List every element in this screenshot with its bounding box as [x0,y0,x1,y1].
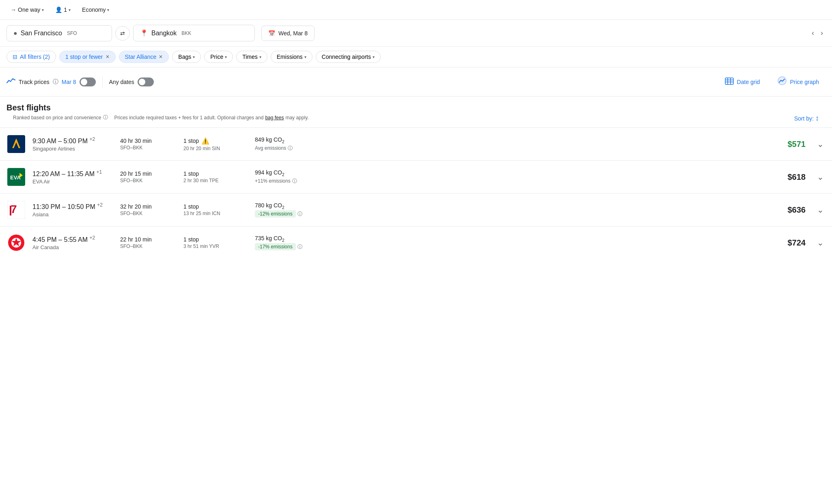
passenger-icon: 👤 [55,6,62,13]
flight-card-0[interactable]: 9:30 AM – 5:00 PM +2 Singapore Airlines … [0,127,832,160]
any-dates-slider [138,78,154,86]
date-grid-button[interactable]: Date grid [718,73,767,90]
any-dates-section: Any dates [109,78,154,86]
destination-field[interactable]: 📍 Bangkok BKK [133,25,255,41]
track-date-label: Mar 8 [62,79,76,85]
emissions-label-2: -12% emissions ⓘ [255,210,328,218]
origin-dot-icon: ● [13,30,17,37]
all-filters-label: All filters (2) [20,54,50,60]
destination-pin-icon: 📍 [140,29,148,37]
bags-filter-button[interactable]: Bags ▾ [172,51,201,63]
price-value-0: $571 [788,140,806,149]
svg-text:EVA: EVA [10,174,21,181]
swap-button[interactable]: ⇄ [115,26,130,41]
stops-row-1: 1 stop [183,170,248,177]
airline-name-0: Singapore Airlines [32,146,114,152]
duration-time-3: 22 hr 10 min [120,236,177,243]
flight-duration-2: 32 hr 20 min SFO–BKK [120,203,177,216]
svg-point-9 [15,140,17,142]
price-graph-button[interactable]: Price graph [771,73,826,90]
emissions-filter-button[interactable]: Emissions ▾ [271,51,313,63]
sort-label: Sort by: [794,115,814,122]
bag-fees-link[interactable]: bag fees [265,115,284,121]
departure-time-3: 4:45 PM – 5:55 AM [32,236,88,243]
connecting-airports-filter-button[interactable]: Connecting airports ▾ [316,51,381,63]
filter-sliders-icon: ⊟ [13,54,17,60]
flight-emissions-3: 735 kg CO2 -17% emissions ⓘ [255,235,328,251]
stops-row-0: 1 stop ⚠️ [183,137,248,145]
stops-label-3: 1 stop [183,236,199,243]
any-dates-toggle[interactable] [138,78,154,86]
filter-star-alliance[interactable]: Star Alliance ✕ [119,51,169,63]
duration-route-1: SFO–BKK [120,178,177,183]
stops-row-2: 1 stop [183,203,248,210]
date-field[interactable]: 📅 Wed, Mar 8 [261,26,315,41]
duration-route-3: SFO–BKK [120,243,177,249]
sort-row[interactable]: Sort by: ↕ [794,114,819,123]
best-flights-title: Best flights [6,103,826,112]
origin-text: San Francisco [21,30,62,37]
emissions-badge-3: -17% emissions [255,243,296,250]
airline-name-3: Air Canada [32,244,114,250]
times-filter-button[interactable]: Times ▾ [236,51,267,63]
stop-filter-remove-icon[interactable]: ✕ [106,54,110,60]
passengers-button[interactable]: 👤 1 ▾ [51,4,75,15]
search-bar: ● San Francisco SFO ⇄ 📍 Bangkok BKK 📅 We… [0,20,832,47]
flight-list: 9:30 AM – 5:00 PM +2 Singapore Airlines … [0,127,832,259]
svg-rect-0 [725,78,733,84]
flight-times-0: 9:30 AM – 5:00 PM +2 Singapore Airlines [32,136,114,152]
flight-price-1: $618 [788,172,806,182]
rank-info-icon[interactable]: ⓘ [103,114,108,121]
class-button[interactable]: Economy ▾ [78,4,113,15]
section-subtitle: Ranked based on price and convenience ⓘ … [13,114,309,121]
track-prices-info-icon[interactable]: ⓘ [53,78,58,86]
next-date-button[interactable]: › [818,26,826,40]
expand-button-1[interactable]: ⌄ [815,170,826,183]
emissions-label-3: -17% emissions ⓘ [255,243,328,250]
one-way-icon: → [11,6,16,13]
track-prices-toggle[interactable] [80,78,96,86]
flight-emissions-1: 994 kg CO2 +11% emissions ⓘ [255,169,328,185]
all-filters-button[interactable]: ⊟ All filters (2) [6,51,56,63]
emissions-info-icon-3[interactable]: ⓘ [297,243,302,250]
stops-label-0: 1 stop [183,138,199,144]
airline-name-1: EVA Air [32,179,114,185]
bags-filter-label: Bags [178,54,191,60]
rank-text: Ranked based on price and convenience [13,115,101,121]
duration-time-0: 40 hr 30 min [120,138,177,144]
trip-type-button[interactable]: → One way ▾ [6,4,48,15]
expand-button-2[interactable]: ⌄ [815,203,826,216]
flight-card-1[interactable]: EVA 12:20 AM – 11:35 AM +1 EVA Air 20 hr… [0,160,832,193]
section-header-row: Ranked based on price and convenience ⓘ … [6,114,826,123]
flight-card-3[interactable]: 4:45 PM – 5:55 AM +2 Air Canada 22 hr 10… [0,226,832,259]
price-value-2: $636 [788,205,806,214]
prev-date-button[interactable]: ‹ [809,26,817,40]
filter-stop-or-fewer[interactable]: 1 stop or fewer ✕ [59,51,116,63]
flight-emissions-0: 849 kg CO2 Avg emissions ⓘ [255,136,328,152]
emissions-info-icon-2[interactable]: ⓘ [297,211,302,218]
day-offset-2: +2 [97,202,103,208]
stops-detail-3: 3 hr 51 min YVR [183,243,248,249]
expand-button-3[interactable]: ⌄ [815,236,826,249]
alliance-filter-remove-icon[interactable]: ✕ [159,54,163,60]
times-chevron-icon: ▾ [259,55,261,59]
flight-stops-3: 1 stop 3 hr 51 min YVR [183,236,248,249]
airline-logo-1: EVA [6,167,26,187]
price-filter-button[interactable]: Price ▾ [204,51,233,63]
times-row-0: 9:30 AM – 5:00 PM +2 [32,136,114,145]
expand-button-0[interactable]: ⌄ [815,138,826,151]
flight-emissions-2: 780 kg CO2 -12% emissions ⓘ [255,202,328,218]
origin-field[interactable]: ● San Francisco SFO [6,25,112,41]
emissions-chevron-icon: ▾ [304,55,306,59]
price-filter-label: Price [210,54,223,60]
stops-detail-2: 13 hr 25 min ICN [183,211,248,216]
price-graph-label: Price graph [790,79,819,85]
flight-card-2[interactable]: 7 11:30 PM – 10:50 PM +2 Asiana 32 hr 20… [0,193,832,226]
departure-time-1: 12:20 AM – 11:35 AM [32,170,95,177]
emissions-info-icon-1[interactable]: ⓘ [292,178,297,185]
stop-filter-label: 1 stop or fewer [65,54,103,60]
emissions-badge-2: -12% emissions [255,210,296,218]
emissions-info-icon-0[interactable]: ⓘ [288,145,293,152]
airline-logo-0 [6,134,26,154]
stops-label-1: 1 stop [183,170,199,177]
